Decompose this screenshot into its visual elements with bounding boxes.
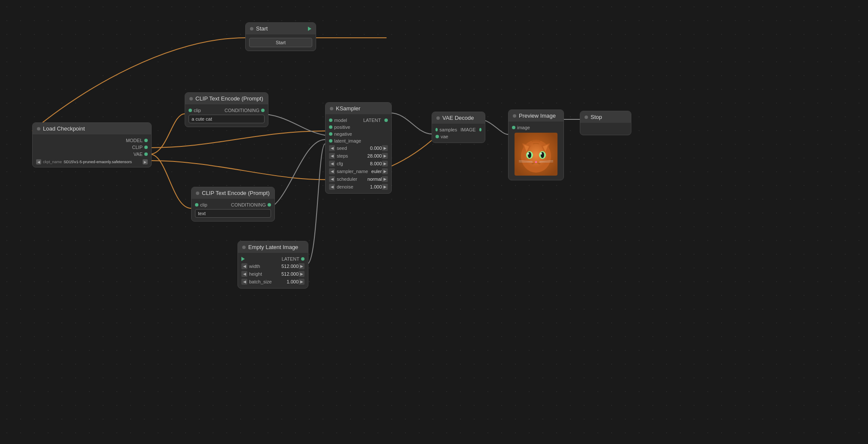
start-node: Start Start xyxy=(245,22,316,51)
sampler-inc-btn[interactable]: ▶ xyxy=(382,168,388,174)
load-checkpoint-header: Load Checkpoint xyxy=(33,123,151,134)
stop-node-header: Stop xyxy=(580,111,631,123)
clip-input-row-1: clip CONDITIONING xyxy=(189,107,265,114)
scheduler-inc-btn[interactable]: ▶ xyxy=(382,176,388,182)
scheduler-dec-btn[interactable]: ◀ xyxy=(329,176,335,182)
ckpt-next-btn[interactable]: ▶ xyxy=(143,159,148,164)
conditioning-out-port-2 xyxy=(268,203,271,207)
width-dec-btn[interactable]: ◀ xyxy=(241,263,247,269)
svg-point-11 xyxy=(540,153,542,155)
vae-in-port xyxy=(436,135,439,138)
vae-port xyxy=(144,152,148,156)
vae-decode-body: samples IMAGE vae xyxy=(432,124,485,143)
ckpt-row: ◀ ckpt_name SD15\v1-5-pruned-emaonly.saf… xyxy=(36,159,148,164)
model-in-port xyxy=(329,119,332,122)
steps-dec-btn[interactable]: ◀ xyxy=(329,153,335,159)
height-value: 512.000 xyxy=(279,271,298,277)
positive-in-port xyxy=(329,125,332,129)
model-label: MODEL xyxy=(126,138,143,143)
scheduler-value: normal xyxy=(367,176,382,182)
stop-node-body xyxy=(580,123,631,135)
ckpt-prev-btn[interactable]: ◀ xyxy=(36,159,41,164)
negative-in-row: negative xyxy=(329,131,388,137)
clip-in-label-2: clip xyxy=(200,202,207,207)
scheduler-label: scheduler xyxy=(335,176,367,182)
load-checkpoint-node: Load Checkpoint MODEL CLIP VAE ◀ ckpt_na… xyxy=(32,122,152,167)
width-inc-btn[interactable]: ▶ xyxy=(298,263,305,269)
clip-in-port-1 xyxy=(189,109,192,112)
clip-output-row: CLIP xyxy=(36,144,148,151)
width-value: 512.000 xyxy=(279,264,298,269)
start-node-title: Start xyxy=(256,25,268,32)
height-dec-btn[interactable]: ◀ xyxy=(241,271,247,277)
model-in-row: model LATENT xyxy=(329,117,388,124)
cat-preview-image xyxy=(515,133,557,176)
clip-text-encode-2-body: clip CONDITIONING xyxy=(192,199,274,221)
ksampler-header: KSampler xyxy=(326,103,391,114)
width-row: ◀ width 512.000 ▶ xyxy=(241,262,305,270)
width-label: width xyxy=(247,264,279,269)
load-checkpoint-body: MODEL CLIP VAE ◀ ckpt_name SD15\v1-5-pru… xyxy=(33,134,151,167)
ksampler-title: KSampler xyxy=(336,105,360,112)
vae-decode-node: VAE Decode samples IMAGE vae xyxy=(432,112,485,143)
seed-inc-btn[interactable]: ▶ xyxy=(382,145,388,151)
cfg-dec-btn[interactable]: ◀ xyxy=(329,161,335,167)
ckpt-name-label: ckpt_name xyxy=(43,160,62,164)
clip-text-encode-2-header: CLIP Text Encode (Prompt) xyxy=(192,187,274,199)
conditioning-out-port-1 xyxy=(261,109,265,112)
height-inc-btn[interactable]: ▶ xyxy=(298,271,305,277)
steps-label: steps xyxy=(335,153,362,158)
sampler-dec-btn[interactable]: ◀ xyxy=(329,168,335,174)
clip-text-encode-1-title: CLIP Text Encode (Prompt) xyxy=(195,95,263,102)
clip-text-1-input[interactable] xyxy=(189,115,265,123)
vae-in-row: vae xyxy=(436,133,481,140)
start-node-body: Start xyxy=(246,34,316,51)
latent-image-in-port xyxy=(329,139,332,143)
vae-in-label: vae xyxy=(441,134,448,139)
samples-in-label: samples xyxy=(439,127,457,132)
batch-value: 1.000 xyxy=(279,279,298,284)
stop-node-dot xyxy=(585,116,588,119)
steps-row: ◀ steps 28.000 ▶ xyxy=(329,152,388,160)
latent-play-arrow xyxy=(241,257,245,261)
clip-text-encode-1-body: clip CONDITIONING xyxy=(185,104,268,127)
model-output-row: MODEL xyxy=(36,137,148,144)
seed-row: ◀ seed 0.000 ▶ xyxy=(329,144,388,152)
svg-point-10 xyxy=(527,153,529,155)
stop-node: Stop xyxy=(580,111,631,135)
cfg-inc-btn[interactable]: ▶ xyxy=(382,161,388,167)
denoise-value: 1.000 xyxy=(362,184,382,189)
scheduler-row: ◀ scheduler normal ▶ xyxy=(329,175,388,183)
latent-out-row: LATENT xyxy=(241,255,305,262)
batch-dec-btn[interactable]: ◀ xyxy=(241,279,247,285)
seed-label: seed xyxy=(335,146,362,151)
samples-row: samples IMAGE xyxy=(436,126,481,133)
latent-out-port xyxy=(384,119,388,122)
denoise-dec-btn[interactable]: ◀ xyxy=(329,184,335,190)
model-port xyxy=(144,139,148,142)
clip-text-encode-2-dot xyxy=(196,192,199,195)
clip-input-row-2: clip CONDITIONING xyxy=(195,201,271,208)
preview-image-title: Preview Image xyxy=(519,113,556,119)
seed-dec-btn[interactable]: ◀ xyxy=(329,145,335,151)
clip-text-2-input[interactable] xyxy=(195,209,271,218)
start-button[interactable]: Start xyxy=(249,38,312,47)
ksampler-body: model LATENT positive negative latent_im… xyxy=(326,114,391,193)
steps-inc-btn[interactable]: ▶ xyxy=(382,153,388,159)
latent-out-port xyxy=(301,257,305,261)
empty-latent-header: Empty Latent Image xyxy=(238,241,308,253)
samples-in-port xyxy=(436,128,438,131)
batch-label: batch_size xyxy=(247,279,279,284)
steps-value: 28.000 xyxy=(362,153,382,158)
vae-output-row: VAE xyxy=(36,151,148,158)
ckpt-name-value: SD15\v1-5-pruned-emaonly.safetensors xyxy=(64,160,141,164)
image-in-row: image xyxy=(512,124,560,131)
denoise-inc-btn[interactable]: ▶ xyxy=(382,184,388,190)
vae-decode-dot xyxy=(436,116,440,120)
clip-port xyxy=(144,146,148,149)
vae-decode-title: VAE Decode xyxy=(442,115,474,121)
batch-inc-btn[interactable]: ▶ xyxy=(298,279,305,285)
load-checkpoint-dot xyxy=(37,127,40,131)
clip-label: CLIP xyxy=(132,145,143,150)
denoise-label: denoise xyxy=(335,184,362,189)
